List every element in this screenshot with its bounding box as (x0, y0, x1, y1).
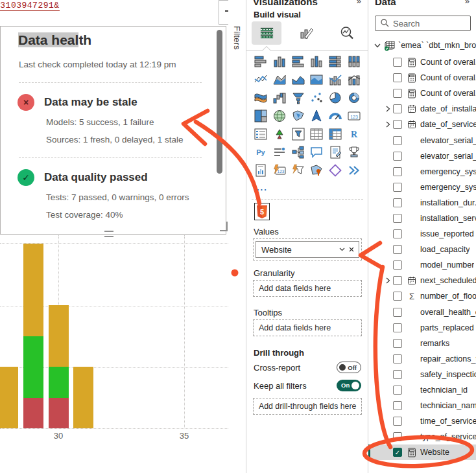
field-row-installation-dur[interactable]: installation_dur.. (368, 195, 476, 211)
html-content-visual-icon[interactable]: 5 (254, 203, 270, 220)
visual-icon-qna-visual[interactable] (309, 145, 324, 159)
tooltips-field-well[interactable]: Add data fields here (253, 319, 362, 336)
field-row-repair-actions-t[interactable]: repair_actions_t. (368, 351, 476, 367)
field-row-technician-id[interactable]: technician_id (368, 382, 476, 398)
field-row-count-of-overal[interactable]: Count of overal.. (368, 86, 476, 101)
collapse-pane-icon[interactable]: » (465, 0, 470, 6)
field-checkbox[interactable] (393, 432, 402, 441)
visual-icon-ribbon-chart[interactable] (254, 91, 268, 105)
bar-segment-green[interactable] (23, 336, 43, 398)
visual-icon-matrix[interactable] (327, 127, 342, 141)
scrollbar-thumb[interactable] (217, 30, 222, 174)
bar-segment-red[interactable] (49, 398, 69, 429)
search-input[interactable]: Search (375, 16, 471, 31)
remove-field-icon[interactable] (348, 245, 355, 255)
visual-icon-line-and-clustered-column-chart[interactable] (346, 73, 361, 87)
field-checkbox[interactable] (393, 73, 402, 82)
more-visuals-button[interactable]: ... (257, 183, 268, 192)
visual-icon-stacked-area-chart[interactable] (291, 73, 305, 87)
tab-build-visual[interactable] (252, 21, 281, 45)
visual-icon-table[interactable] (309, 127, 324, 141)
field-row-installation-serv[interactable]: installation_serv. (368, 211, 476, 226)
field-row-remarks[interactable]: remarks (368, 336, 476, 351)
visual-icon-python-visual[interactable]: Py (254, 145, 268, 159)
drill-through-field-well[interactable]: Add drill-through fields here (253, 398, 362, 415)
field-row-date-of-installa[interactable]: date_of_installa.. (368, 101, 476, 117)
field-row-load-capacity[interactable]: load_capacity (368, 242, 476, 257)
visual-icon-stacked-column-chart[interactable] (272, 54, 287, 69)
visual-icon-text-slicer[interactable] (272, 145, 287, 159)
field-row-elevator-serial[interactable]: elevator_serial_.. (368, 148, 476, 164)
field-row-emergency-syst[interactable]: emergency_syst. (368, 164, 476, 179)
field-checkbox[interactable] (393, 260, 402, 270)
visual-icon-shape-map[interactable] (309, 163, 324, 178)
field-checkbox[interactable] (393, 292, 402, 301)
visual-icon-line-and-stacked-column-chart[interactable] (327, 73, 342, 87)
field-checkbox[interactable]: ✓ (393, 448, 402, 457)
field-row-date-of-service[interactable]: date_of_service (368, 117, 476, 132)
field-checkbox[interactable] (393, 58, 402, 67)
visual-icon-area-chart[interactable] (272, 73, 287, 87)
visual-icon-card[interactable]: 123 (346, 109, 361, 123)
field-checkbox[interactable] (393, 229, 402, 238)
visual-icon-map[interactable] (272, 109, 287, 123)
visual-icon-waterfall-chart[interactable] (272, 91, 287, 105)
visual-icon-treemap[interactable] (254, 109, 268, 123)
bar-segment-gold[interactable] (73, 367, 93, 428)
visual-icon-slicer[interactable] (291, 127, 305, 141)
cross-report-toggle[interactable]: Off (337, 362, 361, 373)
bar-segment-gold[interactable] (49, 305, 69, 367)
visual-icon-stacked-bar-chart[interactable] (254, 54, 268, 69)
visual-icon-azure-map[interactable] (309, 109, 324, 123)
visual-icon-hundred-stacked-area-chart[interactable] (309, 73, 324, 87)
field-row-count-of-overal[interactable]: Count of overal.. (368, 54, 476, 70)
field-checkbox[interactable] (393, 417, 402, 426)
visual-icon-gauge[interactable] (327, 109, 342, 123)
field-row-technician-name[interactable]: technician_name (368, 398, 476, 413)
field-checkbox[interactable] (393, 152, 402, 161)
visual-icon-metrics-visual[interactable] (346, 145, 361, 159)
visual-icon-pie-chart[interactable] (327, 91, 342, 105)
tree-root-row[interactable]: `emea` `dbt_mkn_bron.. (368, 36, 476, 54)
field-row-number-of-floo[interactable]: Σnumber_of_floo. (368, 288, 476, 304)
filters-pane-collapsed[interactable]: Filters (228, 0, 246, 473)
bar-segment-gold[interactable] (23, 244, 43, 336)
data-health-tooltip-visual[interactable]: Data health Last check completed today a… (0, 26, 226, 235)
visual-icon-filled-map[interactable] (291, 109, 305, 123)
field-checkbox[interactable] (393, 214, 402, 223)
field-checkbox[interactable] (393, 136, 402, 145)
tooltip-scrollbar[interactable] (217, 29, 222, 231)
stacked-column-chart-visual[interactable]: 30 35 (0, 235, 228, 473)
collapse-pane-icon[interactable]: » (357, 0, 361, 6)
field-checkbox[interactable] (393, 120, 402, 129)
tab-format-visual[interactable] (292, 21, 322, 45)
field-checkbox[interactable] (393, 89, 402, 98)
keep-all-filters-toggle[interactable]: On (337, 380, 361, 391)
field-checkbox[interactable] (393, 276, 402, 285)
visual-icon-power-apps-visual[interactable] (327, 163, 342, 178)
visual-icon-smart-narrative[interactable] (327, 145, 342, 159)
visual-icon-r-script-visual[interactable]: R (346, 127, 361, 141)
chevron-right-icon[interactable] (384, 277, 393, 284)
field-row-model-number[interactable]: model_number (368, 257, 476, 273)
chevron-right-icon[interactable] (384, 121, 393, 128)
visual-icon-donut-chart[interactable] (346, 91, 361, 105)
field-checkbox[interactable] (393, 183, 402, 192)
visual-icon-funnel-chart[interactable] (291, 91, 305, 105)
bar-segment-green[interactable] (49, 367, 69, 398)
field-checkbox[interactable] (393, 323, 402, 332)
field-row-parts-replaced[interactable]: parts_replaced (368, 320, 476, 336)
visual-resize-corner[interactable] (220, 222, 228, 231)
field-checkbox[interactable] (393, 167, 402, 176)
granularity-field-well[interactable]: Add data fields here (253, 280, 362, 297)
visual-icon-multi-row-card[interactable] (254, 127, 268, 141)
chevron-down-icon[interactable] (339, 245, 346, 255)
visual-icon-paginated-report[interactable] (254, 163, 268, 178)
field-row-issue-reported[interactable]: issue_reported (368, 226, 476, 242)
field-checkbox[interactable] (393, 308, 402, 317)
chevron-down-icon[interactable] (374, 41, 383, 49)
field-row-next-scheduled[interactable]: next_scheduled.. (368, 273, 476, 288)
values-field-well[interactable]: Website (253, 238, 362, 260)
field-row-elevator-serial[interactable]: elevator_serial_.. (368, 132, 476, 148)
visual-icon-power-automate-visual[interactable] (346, 163, 361, 178)
